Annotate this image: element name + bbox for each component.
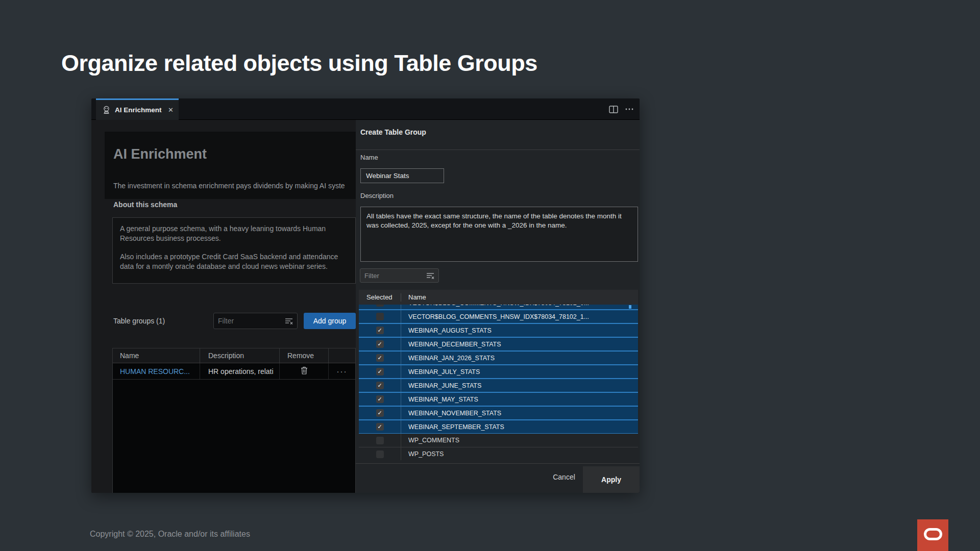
table-row[interactable]: ✓WEBINAR_JAN_2026_STATS [359,351,638,365]
dialog-title: Create Table Group [360,128,426,136]
table-name-cell: WEBINAR_DECEMBER_STATS [401,341,638,348]
checkbox-checked[interactable]: ✓ [376,409,384,417]
cancel-button[interactable]: Cancel [547,470,581,484]
selected-cell: ✓ [359,338,401,350]
group-row[interactable]: HUMAN RESOURC...HR operations, relati··· [113,363,355,380]
checkbox-unchecked[interactable] [376,437,384,444]
app-window: AI Enrichment ✕ AI En [91,98,640,493]
hero-card: AI Enrichment The investment in schema e… [105,132,356,199]
column-header-description: Description [200,348,280,363]
apply-button[interactable]: Apply [583,466,640,493]
scrollbar-thumb[interactable] [629,305,631,309]
name-label: Name [360,154,378,161]
checkbox-checked[interactable]: ✓ [376,354,384,362]
column-header-actions [329,348,355,363]
table-name-cell: WEBINAR_SEPTEMBER_STATS [401,423,638,431]
close-icon[interactable]: ✕ [168,106,174,114]
table-row[interactable]: ✓WEBINAR_JULY_STATS [359,365,638,379]
selected-cell: ✓ [359,407,401,419]
checkbox-unchecked[interactable] [376,313,384,320]
oracle-o-mark [924,528,942,540]
table-row[interactable]: ✓WEBINAR_NOVEMBER_STATS [359,406,638,420]
selected-cell [359,434,401,447]
selected-cell: ✓ [359,393,401,406]
add-group-button[interactable]: Add group [304,313,356,329]
dialog-table-rows: VECTOR$BLOG_COMMENTS_HNSW_IDX$78034_7810… [359,305,638,460]
ai-enrichment-panel: AI Enrichment The investment in schema e… [91,120,356,493]
table-name-cell: WEBINAR_JUNE_STATS [401,382,638,389]
table-name-cell: WEBINAR_JAN_2026_STATS [401,355,638,362]
row-actions-cell: ··· [329,363,355,379]
page-subtitle: The investment in schema enrichment pays… [113,182,353,190]
checkbox-unchecked[interactable] [376,450,384,458]
table-row[interactable]: ✓WEBINAR_MAY_STATS [359,392,638,406]
slide-title: Organize related objects using Table Gro… [61,50,537,77]
table-name-cell: WP_POSTS [401,450,638,458]
selected-cell: ✓ [359,379,401,392]
page-title: AI Enrichment [113,146,207,162]
selected-cell [359,310,401,323]
group-name-cell: HUMAN RESOURC... [113,363,200,379]
dialog-table-header: Selected Name [359,290,638,305]
table-row[interactable]: ✓WEBINAR_JUNE_STATS [359,379,638,392]
name-field[interactable] [360,168,444,183]
column-header-name: Name [113,348,200,363]
checkbox-checked[interactable]: ✓ [376,382,384,389]
divider [356,463,640,464]
table-groups-table: Name Description Remove HUMAN RESOURC...… [112,348,356,493]
table-name-cell: WEBINAR_JULY_STATS [401,368,638,375]
table-row[interactable]: ✓WEBINAR_SEPTEMBER_STATS [359,420,638,434]
table-name-cell: VECTOR$BLOG_COMMENTS_HNSW_IDX$78034_7810… [401,305,638,307]
table-name-cell: WEBINAR_MAY_STATS [401,396,638,403]
remove-cell [280,363,329,379]
divider [356,149,640,150]
table-name-cell: VECTOR$BLOG_COMMENTS_HNSW_IDX$78034_7810… [401,313,638,320]
group-name-link[interactable]: HUMAN RESOURC... [120,367,190,375]
table-row[interactable]: VECTOR$BLOG_COMMENTS_HNSW_IDX$78034_7810… [359,305,638,310]
tab-ai-enrichment[interactable]: AI Enrichment ✕ [96,98,179,120]
oracle-logo [917,519,948,551]
ellipsis-icon[interactable] [625,108,633,110]
checkbox-checked[interactable]: ✓ [376,368,384,375]
dialog-filter [360,268,439,283]
selected-cell [359,305,401,309]
robot-icon [102,106,111,114]
groups-table-body: HUMAN RESOURC...HR operations, relati··· [113,363,355,380]
selected-cell: ✓ [359,352,401,364]
checkbox-checked[interactable]: ✓ [376,423,384,431]
checkbox-checked[interactable]: ✓ [376,395,384,403]
ellipsis-icon[interactable]: ··· [337,367,348,375]
table-row[interactable]: VECTOR$BLOG_COMMENTS_HNSW_IDX$78034_7810… [359,310,638,323]
create-table-group-dialog: Create Table Group Name Description All … [356,120,640,493]
about-paragraph: A general purpose schema, with a heavy l… [120,224,348,243]
description-label: Description [360,192,394,199]
checkbox-checked[interactable]: ✓ [376,340,384,348]
column-header-remove: Remove [280,348,329,363]
about-schema-box: A general purpose schema, with a heavy l… [112,217,356,284]
trash-icon[interactable] [301,366,308,376]
group-description-cell: HR operations, relati [200,363,280,379]
table-row[interactable]: WP_POSTS [359,447,638,460]
copyright-text: Copyright © 2025, Oracle and/or its affi… [90,530,250,539]
groups-filter-input[interactable] [218,317,285,325]
table-name-cell: WEBINAR_AUGUST_STATS [401,327,638,334]
selected-cell: ✓ [359,324,401,337]
split-view-icon[interactable] [609,106,618,113]
table-row[interactable]: ✓WEBINAR_DECEMBER_STATS [359,337,638,351]
table-groups-label: Table groups (1) [113,317,165,325]
selected-cell [359,447,401,460]
table-name-cell: WEBINAR_NOVEMBER_STATS [401,410,638,417]
table-row[interactable]: ✓WEBINAR_AUGUST_STATS [359,323,638,337]
description-field[interactable]: All tables have the exact same structure… [360,207,638,262]
tab-label: AI Enrichment [115,106,164,114]
about-schema-label: About this schema [113,201,177,209]
checkbox-checked[interactable]: ✓ [376,327,384,334]
slide: Organize related objects using Table Gro… [0,0,980,551]
column-header-name: Name [401,293,638,301]
groups-table-header: Name Description Remove [113,348,355,363]
table-row[interactable]: WP_COMMENTS [359,434,638,447]
checkbox-unchecked[interactable] [376,305,384,307]
column-header-selected: Selected [359,293,401,302]
filter-icon [426,272,434,279]
dialog-filter-input[interactable] [364,272,426,280]
